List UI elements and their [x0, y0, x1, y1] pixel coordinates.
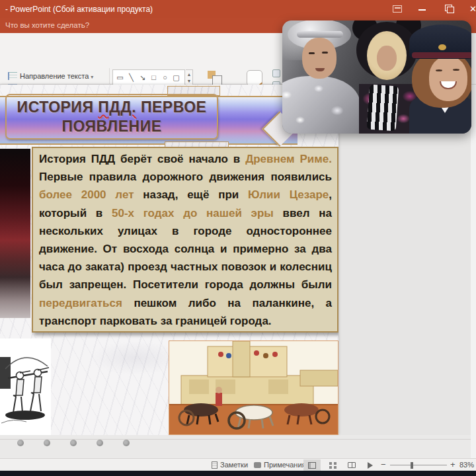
close-icon[interactable] [468, 4, 476, 14]
dot [70, 440, 77, 446]
highlighted-text: Древнем Риме. [245, 153, 332, 165]
zoom-out-button[interactable]: − [381, 459, 386, 469]
shape-icon[interactable]: ▢ [171, 71, 182, 85]
zoom-slider-handle[interactable] [411, 462, 413, 469]
eye [453, 69, 459, 71]
minimize-icon[interactable] [416, 4, 428, 14]
dot [17, 440, 24, 446]
shapes-row: ▭╲↘□○▢ [114, 71, 183, 85]
cap-band [412, 52, 471, 58]
slide-body-box[interactable]: История ПДД берёт своё начало в Древнем … [32, 147, 338, 333]
body-text-segment: назад, ещё при [134, 188, 248, 201]
left-person-face [302, 38, 337, 79]
chariot-illustration [169, 341, 338, 434]
zoom-level[interactable]: 83% [459, 461, 474, 469]
restore-icon[interactable] [443, 4, 455, 14]
dot [123, 440, 130, 446]
vertical-scrollbar[interactable] [471, 85, 476, 458]
zoom-slider-track[interactable] [390, 465, 447, 465]
dropdown-caret-icon: ▾ [91, 74, 93, 80]
highlighted-text: более 2000 лет [39, 188, 134, 201]
silver-hat-band [297, 31, 343, 38]
shape-fill-icon[interactable] [272, 69, 280, 77]
reading-view-icon [348, 462, 356, 468]
text-direction-button[interactable]: Направление текста▾ [8, 71, 93, 82]
notes-icon [212, 461, 218, 469]
palanquin-sketch-image[interactable] [0, 338, 51, 435]
zoom-in-button[interactable]: + [450, 459, 456, 469]
shape-icon[interactable]: ○ [159, 71, 171, 85]
silver-costume [282, 76, 360, 134]
dot [44, 440, 50, 446]
taskbar-edge [0, 471, 476, 476]
slide-body-text: История ПДД берёт своё начало в Древнем … [39, 150, 332, 330]
below-slide-strip [0, 435, 471, 458]
shape-icon[interactable]: ▭ [114, 71, 126, 85]
body-text-segment: Первые правила дорожного движения появил… [39, 171, 332, 183]
chariot-race-image[interactable] [169, 340, 338, 435]
shape-icon[interactable]: □ [148, 71, 159, 85]
ribbon-display-options-icon[interactable] [393, 5, 402, 13]
woman-face [429, 56, 467, 101]
shape-icon[interactable]: ↘ [137, 71, 148, 85]
eye [436, 69, 442, 71]
slideshow-button[interactable] [362, 459, 379, 471]
normal-view-icon [308, 462, 316, 469]
striped-prop [367, 85, 399, 132]
spellcheck-underline: ПДД. [98, 99, 136, 116]
normal-view-button[interactable] [303, 459, 321, 471]
editing-workspace: ИСТОРИЯ ПДД. ПЕРВОЕ ПОЯВЛЕНИЕ История ПД… [0, 85, 476, 458]
divider-line [0, 439, 471, 440]
text-direction-icon [8, 72, 17, 80]
slide-title: ИСТОРИЯ ПДД. ПЕРВОЕ ПОЯВЛЕНИЕ [7, 98, 217, 136]
child-face [377, 46, 397, 71]
slide-canvas[interactable]: ИСТОРИЯ ПДД. ПЕРВОЕ ПОЯВЛЕНИЕ История ПД… [0, 85, 338, 435]
eye [322, 52, 328, 54]
slideshow-icon [368, 462, 376, 469]
title-bar: - PowerPoint (Сбой активации продукта) [0, 0, 476, 18]
comments-button[interactable]: Примечания [254, 461, 306, 469]
highlighted-text: Юлии Цезаре [248, 188, 329, 201]
eye [309, 52, 315, 54]
highlighted-text: 50-х годах до нашей эры [112, 207, 274, 219]
cap-emblem [438, 44, 446, 50]
video-call-overlay[interactable] [282, 20, 471, 134]
slide-title-box[interactable]: ИСТОРИЯ ПДД. ПЕРВОЕ ПОЯВЛЕНИЕ [5, 94, 218, 139]
sketch-drawing [0, 338, 51, 435]
slide-sorter-icon [329, 462, 337, 469]
caesar-portrait-image[interactable] [0, 149, 30, 318]
reading-view-button[interactable] [343, 459, 360, 471]
window-title: - PowerPoint (Сбой активации продукта) [5, 5, 153, 14]
notes-button[interactable]: Заметки [212, 461, 248, 469]
powerpoint-window: - PowerPoint (Сбой активации продукта) Ч… [0, 0, 476, 476]
arrange-icon [207, 70, 224, 86]
body-text-segment: История ПДД берёт своё начало в [39, 153, 245, 165]
comments-icon [254, 462, 261, 468]
highlighted-text: передвигаться [39, 297, 122, 309]
status-bar: Заметки Примечания − + 83% [0, 458, 476, 471]
slide-sorter-button[interactable] [324, 459, 341, 471]
tell-me-input[interactable]: Что вы хотите сделать? [5, 21, 89, 29]
shape-icon[interactable]: ╲ [126, 71, 137, 85]
quick-styles-icon [247, 70, 262, 86]
dot [97, 440, 103, 446]
